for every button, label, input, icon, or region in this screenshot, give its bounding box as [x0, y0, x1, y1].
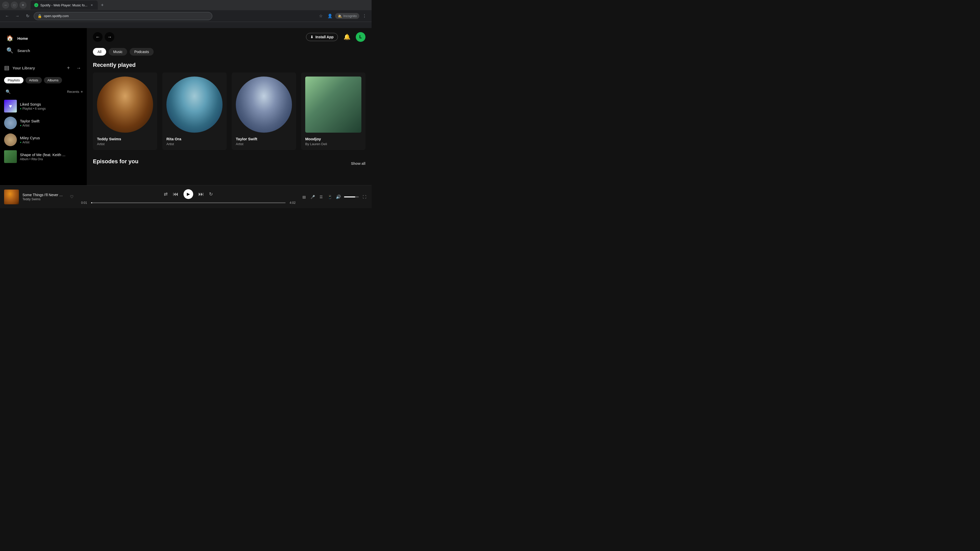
- filter-artists-button[interactable]: Artists: [25, 77, 42, 83]
- library-title: Your Library: [13, 66, 35, 70]
- lyrics-button[interactable]: 🎤: [310, 193, 316, 201]
- previous-button[interactable]: ⏮: [173, 191, 178, 197]
- now-playing-track: Some Things I'll Never Know Teddy Swims …: [4, 189, 76, 204]
- track-info: Some Things I'll Never Know Teddy Swims: [22, 193, 65, 201]
- like-button[interactable]: ♡: [68, 193, 76, 201]
- lock-icon: 🔒: [38, 14, 42, 18]
- shape-of-me-type: Album • Rita Ora: [20, 157, 43, 161]
- recently-played-title: Recently played: [93, 62, 366, 68]
- play-pause-button[interactable]: ▶: [183, 189, 193, 199]
- current-time: 0:01: [80, 201, 89, 205]
- list-item[interactable]: Miley Cyrus ● Artist: [2, 131, 85, 148]
- now-playing-view-button[interactable]: ▤: [301, 193, 307, 201]
- moodjoy-image: [305, 76, 361, 133]
- filter-albums-button[interactable]: Albums: [44, 77, 62, 83]
- address-bar[interactable]: 🔒 open.spotify.com: [34, 12, 212, 20]
- green-dot-icon: ●: [20, 124, 21, 127]
- artist-card-rita-ora[interactable]: Rita Ora Artist: [162, 73, 227, 150]
- back-button[interactable]: ←: [3, 12, 11, 20]
- taylor-swift-info: Taylor Swift ● Artist: [20, 119, 83, 127]
- teddy-swims-sub: Artist: [97, 142, 153, 146]
- sidebar-item-search[interactable]: 🔍 Search: [3, 44, 84, 57]
- bookmark-button[interactable]: ☆: [317, 12, 325, 20]
- green-dot-icon: ●: [20, 141, 21, 144]
- forward-button[interactable]: →: [13, 12, 21, 20]
- player-buttons: ⇄ ⏮ ▶ ⏭ ↻: [164, 189, 213, 199]
- volume-fill: [344, 197, 355, 197]
- player-controls: ⇄ ⏮ ▶ ⏭ ↻ 0:01 4:02: [80, 189, 297, 205]
- download-icon: ⬇: [310, 35, 313, 39]
- repeat-button[interactable]: ↻: [209, 191, 213, 197]
- heart-icon: ♥: [9, 103, 12, 109]
- spotify-main: 🏠 Home 🔍 Search ▤ Your Library + →: [0, 28, 372, 185]
- volume-button[interactable]: 🔊: [335, 193, 342, 201]
- miley-cyrus-info: Miley Cyrus ● Artist: [20, 136, 83, 144]
- active-tab[interactable]: ♪ Spotify - Web Player: Music fo... ✕: [30, 0, 98, 10]
- browser-maximize-button[interactable]: □: [11, 2, 18, 9]
- library-add-button[interactable]: +: [64, 64, 73, 72]
- shape-of-me-name: Shape of Me (feat. Keith ...: [20, 152, 83, 157]
- list-item[interactable]: Shape of Me (feat. Keith ... Album • Rit…: [2, 148, 85, 165]
- episodes-title: Episodes for you: [93, 158, 138, 165]
- back-nav-button[interactable]: ←: [93, 32, 103, 42]
- green-dot-icon: ●: [20, 107, 21, 110]
- progress-bar[interactable]: [91, 202, 286, 203]
- tab-favicon-icon: ♪: [34, 3, 38, 7]
- menu-button[interactable]: ⋮: [360, 12, 369, 20]
- rita-ora-image: [166, 76, 223, 133]
- sidebar: 🏠 Home 🔍 Search ▤ Your Library + →: [0, 28, 87, 185]
- artist-card-taylor-swift[interactable]: Taylor Swift Artist: [232, 73, 296, 150]
- sidebar-item-home[interactable]: 🏠 Home: [3, 32, 84, 44]
- profile-button[interactable]: 👤: [326, 12, 334, 20]
- browser-toolbar: ← → ↻ 🔒 open.spotify.com ☆ 👤 🕵 Incognito…: [0, 10, 372, 22]
- library-search-button[interactable]: 🔍: [4, 87, 12, 96]
- filter-podcasts-button[interactable]: Podcasts: [130, 48, 154, 56]
- user-avatar[interactable]: L: [356, 32, 366, 42]
- taylor-swift-meta: ● Artist: [20, 124, 83, 127]
- notifications-button[interactable]: 🔔: [342, 32, 352, 42]
- fullscreen-button[interactable]: ⛶: [361, 193, 368, 201]
- incognito-label: Incognito: [343, 14, 357, 18]
- taylor-swift-image: [236, 76, 292, 133]
- artist-card-teddy-swims[interactable]: Teddy Swims Artist: [93, 73, 157, 150]
- library-list: ♥ Liked Songs ● Playlist • 6 songs: [0, 98, 87, 185]
- filter-all-button[interactable]: All: [93, 48, 106, 56]
- shuffle-button[interactable]: ⇄: [164, 191, 168, 197]
- browser-minimize-button[interactable]: ─: [2, 2, 9, 9]
- volume-slider[interactable]: [344, 197, 359, 197]
- library-expand-button[interactable]: →: [75, 64, 83, 72]
- library-header-left: ▤ Your Library: [4, 65, 62, 71]
- list-item[interactable]: ♥ Liked Songs ● Playlist • 6 songs: [2, 98, 85, 114]
- new-tab-button[interactable]: +: [99, 2, 106, 9]
- show-all-button[interactable]: Show all: [351, 162, 366, 165]
- list-item[interactable]: Taylor Swift ● Artist: [2, 114, 85, 131]
- forward-nav-button[interactable]: →: [105, 32, 115, 42]
- next-button[interactable]: ⏭: [198, 191, 204, 197]
- now-playing-bar: Some Things I'll Never Know Teddy Swims …: [0, 185, 372, 208]
- rita-ora-sub: Artist: [166, 142, 223, 146]
- browser-chrome: ─ □ ✕ ♪ Spotify - Web Player: Music fo..…: [0, 0, 372, 28]
- liked-songs-type: Playlist • 6 songs: [22, 107, 46, 110]
- teddy-swims-image: [97, 76, 153, 133]
- main-content: ← → ⬇ Install App 🔔 L All Music Podcasts: [87, 28, 372, 185]
- list-icon: ≡: [81, 90, 83, 94]
- track-thumbnail: [4, 189, 19, 204]
- progress-fill: [91, 202, 92, 203]
- album-card-moodjoy[interactable]: Moodjoy By Lauren Deli: [301, 73, 366, 150]
- recents-button[interactable]: Recents ≡: [67, 90, 83, 94]
- library-header: ▤ Your Library + →: [0, 61, 87, 75]
- filter-music-button[interactable]: Music: [109, 48, 127, 56]
- browser-close-button[interactable]: ✕: [19, 2, 27, 9]
- queue-button[interactable]: ☰: [318, 193, 325, 201]
- reload-button[interactable]: ↻: [24, 12, 32, 20]
- incognito-icon: 🕵: [338, 14, 342, 18]
- install-app-label: Install App: [315, 35, 334, 39]
- filter-playlists-button[interactable]: Playlists: [4, 77, 24, 83]
- tab-close-button[interactable]: ✕: [89, 3, 94, 7]
- taylor-swift-type: Artist: [22, 124, 29, 127]
- progress-row: 0:01 4:02: [80, 201, 297, 205]
- shape-of-me-info: Shape of Me (feat. Keith ... Album • Rit…: [20, 152, 83, 161]
- install-app-button[interactable]: ⬇ Install App: [306, 33, 338, 41]
- recently-played-section: Recently played Teddy Swims Artist: [87, 58, 372, 154]
- connect-device-button[interactable]: 📱: [327, 193, 333, 201]
